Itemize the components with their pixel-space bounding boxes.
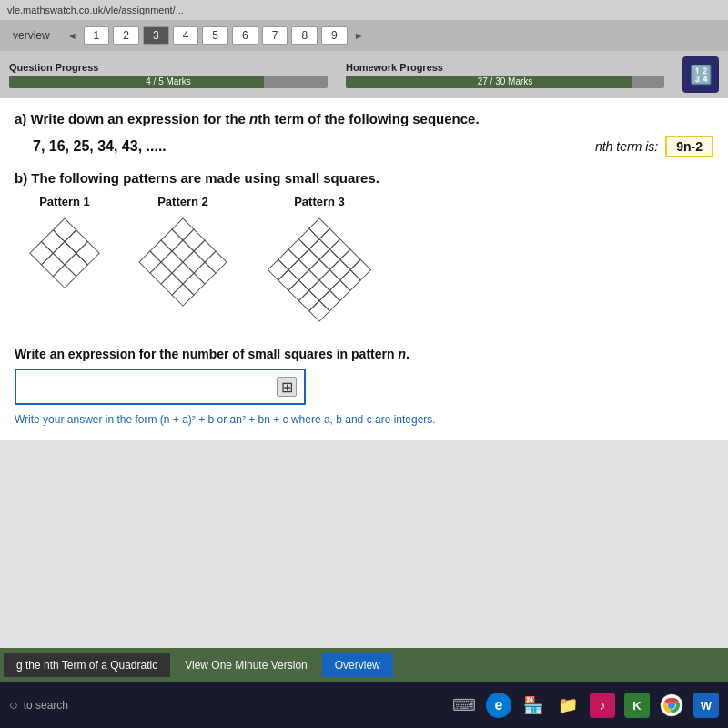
pattern-3-block: Pattern 3: [260, 195, 379, 332]
taskbar-search-text[interactable]: to search: [24, 699, 68, 712]
question-progress-block: Question Progress 4 / 5 Marks: [9, 62, 328, 88]
svg-rect-42: [298, 270, 319, 291]
question-progress-marks: 4 / 5 Marks: [146, 76, 190, 88]
bottom-tabs: g the nth Term of a QuadraticView One Mi…: [0, 648, 728, 682]
svg-rect-20: [183, 273, 205, 295]
svg-rect-32: [319, 249, 340, 270]
music-icon[interactable]: ♪: [590, 693, 615, 718]
svg-rect-22: [150, 262, 172, 284]
bottom-tab-0[interactable]: g the nth Term of a Quadratic: [4, 653, 170, 677]
svg-rect-13: [161, 229, 183, 251]
patterns-row: Pattern 1: [15, 195, 713, 332]
svg-rect-12: [205, 251, 227, 273]
svg-rect-2: [76, 241, 99, 264]
nav-tab-6[interactable]: 6: [232, 26, 258, 45]
write-expression-label: Write an expression for the number of sm…: [15, 347, 713, 361]
browser-bar: vle.mathswatch.co.uk/vle/assignment/...: [0, 0, 728, 20]
nav-arrow-left[interactable]: ◄: [65, 30, 80, 41]
svg-rect-23: [161, 273, 183, 295]
search-circle-icon[interactable]: ○: [9, 697, 18, 713]
bottom-tab-1[interactable]: View One Minute Version: [172, 653, 320, 677]
pattern-2-diamond: [133, 214, 233, 314]
nav-tab-8[interactable]: 8: [291, 26, 318, 45]
taskbar: ○ to search ⌨ e 🏪 📁 ♪ K W: [0, 682, 728, 728]
svg-rect-47: [288, 280, 309, 301]
svg-rect-34: [340, 270, 361, 291]
question-b-text: b) The following patterns are made using…: [15, 170, 379, 186]
pattern-3-label: Pattern 3: [294, 195, 345, 208]
svg-rect-31: [309, 239, 330, 260]
svg-rect-36: [298, 249, 319, 270]
keyboard-icon[interactable]: ⌨: [451, 693, 477, 718]
bottom-tab-2[interactable]: Overview: [322, 653, 393, 677]
pattern-3-diamond: [260, 214, 379, 332]
store-icon[interactable]: 🏪: [521, 693, 546, 718]
pattern-3-svg: [260, 214, 379, 332]
green-app-icon[interactable]: K: [624, 693, 650, 718]
nav-tab-1[interactable]: 1: [84, 26, 110, 45]
svg-rect-7: [42, 253, 65, 276]
pattern-2-svg: [133, 214, 233, 314]
svg-rect-25: [309, 218, 330, 239]
pattern-1-block: Pattern 1: [24, 195, 106, 296]
svg-rect-24: [172, 284, 194, 306]
nav-overview-label[interactable]: verview: [5, 27, 57, 44]
chrome-icon[interactable]: [659, 693, 684, 718]
svg-rect-28: [340, 249, 361, 270]
svg-rect-39: [329, 280, 350, 301]
nav-tab-7[interactable]: 7: [262, 26, 288, 45]
word-icon[interactable]: W: [693, 693, 719, 718]
nav-tab-5[interactable]: 5: [202, 26, 228, 45]
nav-tab-2[interactable]: 2: [113, 26, 139, 45]
nav-tab-9[interactable]: 9: [321, 26, 348, 45]
answer-input[interactable]: [24, 379, 277, 394]
svg-rect-26: [319, 228, 340, 249]
plus-button[interactable]: ⊞: [277, 377, 297, 397]
pattern-1-svg: [24, 214, 106, 296]
hint-text-content: Write your answer in the form (n + a)² +…: [15, 413, 436, 426]
main-content: a) Write down an expression for the nth …: [0, 98, 728, 440]
nav-tab-4[interactable]: 4: [173, 26, 199, 45]
homework-progress-block: Homework Progress 27 / 30 Marks: [346, 62, 664, 88]
bottom-tabs-container: g the nth Term of a QuadraticView One Mi…: [4, 653, 724, 677]
svg-rect-4: [53, 241, 76, 264]
write-expression-text: Write an expression for the number of sm…: [15, 347, 398, 361]
svg-rect-46: [278, 270, 299, 291]
svg-rect-37: [309, 259, 330, 280]
nav-arrow-right[interactable]: ►: [351, 30, 367, 41]
question-a-prefix: a) Write down an expression for the: [15, 111, 249, 126]
svg-rect-1: [65, 230, 87, 253]
homework-progress-label: Homework Progress: [346, 62, 664, 73]
file-explorer-icon[interactable]: 📁: [555, 693, 581, 718]
svg-rect-15: [183, 251, 205, 273]
taskbar-icons: ⌨ e 🏪 📁 ♪ K W: [451, 693, 719, 718]
taskbar-search: ○ to search: [9, 697, 444, 713]
svg-rect-8: [53, 265, 76, 288]
nav-tab-3[interactable]: 3: [143, 26, 169, 45]
svg-rect-30: [298, 228, 319, 249]
svg-rect-5: [65, 253, 87, 276]
svg-rect-40: [278, 249, 299, 270]
svg-rect-45: [268, 259, 288, 280]
svg-rect-33: [329, 259, 350, 280]
edge-icon[interactable]: e: [486, 693, 511, 718]
calculator-icon[interactable]: [682, 56, 719, 93]
write-expression-dot: .: [406, 347, 410, 361]
pattern-2-block: Pattern 2: [133, 195, 233, 314]
svg-point-51: [668, 702, 675, 709]
homework-progress-marks: 27 / 30 Marks: [478, 76, 533, 88]
svg-rect-10: [183, 229, 205, 251]
browser-url: vle.mathswatch.co.uk/vle/assignment/...: [7, 5, 184, 15]
sequence-numbers: 7, 16, 25, 34, 43, .....: [33, 138, 588, 155]
svg-rect-11: [194, 240, 216, 262]
nav-tabs-container: 123456789: [84, 26, 348, 45]
progress-area: Question Progress 4 / 5 Marks Homework P…: [0, 51, 728, 98]
pattern-1-label: Pattern 1: [39, 195, 90, 208]
svg-rect-27: [329, 239, 350, 260]
nth-term-value: 9n-2: [665, 136, 713, 157]
answer-input-row[interactable]: ⊞: [15, 369, 306, 405]
svg-rect-44: [319, 290, 340, 311]
svg-rect-19: [172, 262, 194, 284]
svg-rect-9: [172, 218, 194, 240]
svg-rect-6: [30, 241, 53, 264]
